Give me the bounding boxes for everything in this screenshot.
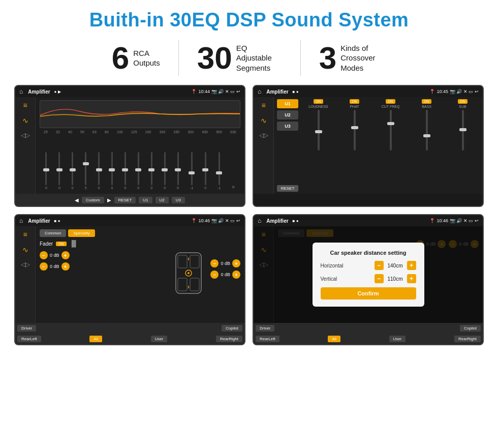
eq-slider-8: 0 [150, 152, 152, 190]
vertical-label: Vertical [321, 276, 351, 282]
confirm-button[interactable]: Confirm [321, 287, 416, 300]
u1-crossover-btn[interactable]: U1 [277, 99, 298, 108]
screen-crossover: ⌂ Amplifier ■ ● 📍 10:45 📷 🔊 ✕ ▭ ↩ ≡ ∿ ◁▷… [253, 85, 484, 207]
fader-header: Fader ON ▐▌ [40, 240, 167, 247]
db-minus-btn-2[interactable]: − [40, 262, 48, 271]
reset-btn-eq[interactable]: RESET [114, 197, 136, 203]
speaker-icon-2[interactable]: ◁▷ [259, 132, 268, 139]
rearright-btn-4[interactable]: RearRight [454, 336, 481, 342]
svg-rect-5 [190, 278, 199, 291]
left-sidebar-1: ≡ ∿ ◁▷ [15, 97, 36, 194]
u2-crossover-btn[interactable]: U2 [277, 110, 298, 120]
eq-icon-3[interactable]: ≡ [23, 230, 27, 238]
db-minus-btn-4[interactable]: − [210, 271, 219, 279]
status-icons-4: 📍 10:46 📷 🔊 ✕ ▭ ↩ [429, 218, 479, 223]
home-icon-4[interactable]: ⌂ [258, 217, 261, 224]
db-value-2: 0 dB [50, 264, 59, 269]
rearleft-btn-4[interactable]: RearLeft [256, 336, 279, 342]
driver-btn[interactable]: Driver [17, 325, 36, 332]
wave-icon-2[interactable]: ∿ [261, 116, 267, 125]
crossover-reset-btn[interactable]: RESET [277, 185, 298, 192]
u3-btn-eq[interactable]: U3 [172, 197, 185, 203]
eq-icon-2[interactable]: ≡ [261, 101, 265, 109]
eq-slider-13: -1 [217, 152, 221, 190]
u1-btn-eq[interactable]: U1 [139, 197, 152, 203]
eq-slider-10: 0 [177, 152, 179, 190]
eq-prev-btn[interactable]: ◀ [75, 197, 79, 203]
svg-rect-4 [178, 278, 187, 291]
dialog-title: Car speaker distance setting [321, 250, 416, 256]
specialty-tab[interactable]: Specialty [68, 229, 95, 237]
dialog-row-horizontal: Horizontal − 140cm + [321, 261, 416, 270]
rearright-btn[interactable]: RearRight [216, 336, 242, 342]
slider-thumb-loudness[interactable] [315, 130, 322, 133]
status-title-1: Amplifier [28, 89, 50, 95]
u3-crossover-btn[interactable]: U3 [277, 122, 298, 131]
fader-slider-mini[interactable]: ▐▌ [70, 240, 78, 247]
user-btn[interactable]: User [151, 336, 168, 342]
channel-bass: ON BASS [410, 99, 444, 192]
slider-thumb-cutfreq[interactable] [387, 122, 394, 125]
home-icon-2[interactable]: ⌂ [258, 88, 261, 95]
db-control-bottomright: − 0 dB + [210, 271, 240, 279]
horizontal-plus-btn[interactable]: + [407, 261, 416, 270]
db-plus-btn-1[interactable]: + [61, 251, 70, 259]
eq-icon-1[interactable]: ≡ [23, 101, 27, 109]
fader-bottom-bar: Driver Copilot RearLeft All User RearRig… [15, 323, 244, 344]
db-plus-btn-2[interactable]: + [61, 262, 70, 271]
skip-icon[interactable]: » [232, 184, 235, 190]
wave-icon-1[interactable]: ∿ [22, 116, 28, 125]
db-plus-btn-4[interactable]: + [232, 271, 240, 279]
stat-crossover: 3 Kinds of Crossover Modes [301, 42, 404, 74]
dialog-row-vertical: Vertical − 110cm + [321, 274, 416, 283]
status-bar-4: ⌂ Amplifier ■ ● 📍 10:46 📷 🔊 ✕ ▭ ↩ [254, 215, 483, 226]
db-minus-btn-1[interactable]: − [40, 251, 48, 259]
crossover-u-buttons: U1 U2 U3 RESET [277, 99, 298, 192]
wave-icon-3[interactable]: ∿ [22, 246, 28, 254]
screen-eq: ⌂ Amplifier ● ▶ 📍 10:44 📷 🔊 ✕ ▭ ↩ ≡ ∿ ◁▷ [14, 85, 245, 207]
eq-slider-6: 0 [124, 152, 126, 190]
speaker-icon-3[interactable]: ◁▷ [21, 261, 30, 268]
slider-thumb-sub[interactable] [459, 128, 466, 131]
horizontal-minus-btn[interactable]: − [375, 261, 384, 270]
horizontal-value: 140cm [386, 263, 405, 268]
common-tab[interactable]: Common [40, 229, 66, 237]
status-title-3: Amplifier [28, 218, 50, 224]
rearleft-btn[interactable]: RearLeft [17, 336, 41, 342]
status-bar-2: ⌂ Amplifier ■ ● 📍 10:45 📷 🔊 ✕ ▭ ↩ [254, 86, 483, 97]
screen-fader: ⌂ Amplifier ■ ● 📍 10:46 📷 🔊 ✕ ▭ ↩ ≡ ∿ ◁▷… [14, 214, 245, 345]
home-icon-3[interactable]: ⌂ [19, 217, 23, 224]
all-btn[interactable]: All [89, 336, 102, 342]
dialog-bottom-bar: Driver Copilot RearLeft All User RearRig… [254, 323, 483, 344]
channel-label-cutfreq: CUT FREQ [382, 105, 400, 108]
screen-dialog: ⌂ Amplifier ■ ● 📍 10:46 📷 🔊 ✕ ▭ ↩ ≡ ∿ ◁▷ [253, 214, 484, 345]
db-value-1: 0 dB [50, 253, 59, 258]
stats-row: 6 RCA Outputs 30 EQ Adjustable Segments … [14, 40, 484, 76]
status-dots-3: ■ ● [54, 219, 60, 223]
home-icon-1[interactable]: ⌂ [19, 88, 23, 95]
custom-btn[interactable]: Custom [82, 197, 104, 203]
slider-thumb-bass[interactable] [423, 134, 430, 137]
left-sidebar-2: ≡ ∿ ◁▷ [254, 97, 274, 194]
eq-next-btn[interactable]: ▶ [107, 197, 111, 203]
db-plus-btn-3[interactable]: + [232, 259, 240, 267]
vertical-value: 110cm [386, 276, 405, 282]
all-btn-4[interactable]: All [328, 336, 340, 342]
svg-rect-3 [190, 255, 199, 268]
db-value-4: 0 dB [221, 272, 230, 277]
copilot-btn-4[interactable]: Copilot [460, 325, 481, 332]
slider-thumb-phat[interactable] [351, 126, 358, 129]
crossover-controls: ON LOUDNESS ON PHAT [301, 99, 480, 192]
channel-label-loudness: LOUDNESS [308, 105, 328, 108]
driver-btn-4[interactable]: Driver [256, 325, 274, 332]
copilot-btn[interactable]: Copilot [222, 325, 242, 332]
u2-btn-eq[interactable]: U2 [155, 197, 169, 203]
user-btn-4[interactable]: User [389, 336, 406, 342]
db-minus-btn-3[interactable]: − [210, 259, 219, 267]
eq-sliders: 0 0 0 5 0 0 0 0 0 0 0 -1 0 -1 » [40, 136, 240, 191]
eq-slider-3: 5 [85, 152, 87, 190]
speaker-icon-1[interactable]: ◁▷ [21, 132, 30, 139]
vertical-minus-btn[interactable]: − [375, 274, 384, 283]
eq-slider-12: 0 [204, 152, 206, 190]
vertical-plus-btn[interactable]: + [407, 274, 416, 283]
